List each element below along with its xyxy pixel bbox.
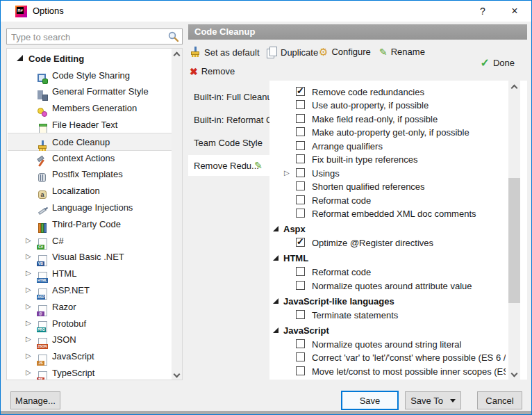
collapsed-triangle-icon[interactable]: ▷ xyxy=(26,368,31,376)
sidebar-item-localization[interactable]: aLocalization xyxy=(8,182,172,199)
scroll-up-icon[interactable] xyxy=(174,51,179,56)
checkbox[interactable]: ✓ xyxy=(296,238,305,247)
done-button[interactable]: ✓ Done xyxy=(481,58,515,68)
option-row-correct-var-to-let-const-where-possible-: Correct 'var' to 'let'/'const' where pos… xyxy=(269,351,506,365)
collapsed-triangle-icon[interactable]: ▷ xyxy=(26,236,31,244)
sidebar-item-asp-net[interactable]: ▷ASPASP.NET xyxy=(8,282,172,298)
sidebar-item-c[interactable]: ▷C#C# xyxy=(8,232,172,249)
options-dialog: R# Options ? × Code EditingCode Style Sh… xyxy=(0,0,532,415)
check-icon: ✓ xyxy=(481,58,490,68)
panel-title: Code Cleanup xyxy=(188,24,527,40)
option-row-fix-built-in-type-references: Fix built-in type references xyxy=(269,153,506,167)
manage-button[interactable]: Manage... xyxy=(10,391,60,409)
checkbox[interactable] xyxy=(296,127,305,136)
checkbox[interactable] xyxy=(296,141,305,150)
collapsed-triangle-icon[interactable]: ▷ xyxy=(26,253,31,261)
duplicate-button[interactable]: Duplicate xyxy=(266,47,318,58)
expanded-triangle-icon[interactable] xyxy=(273,226,279,231)
close-button[interactable]: × xyxy=(499,1,530,22)
expanded-triangle-icon[interactable] xyxy=(273,298,279,304)
search-icon xyxy=(168,31,179,42)
scrollbar-thumb[interactable] xyxy=(508,178,520,303)
checkbox[interactable] xyxy=(296,267,305,276)
checkbox[interactable] xyxy=(296,168,305,177)
option-row-reformat-code: Reformat code xyxy=(269,193,506,207)
sidebar-item-third-party-code[interactable]: Third-Party Code xyxy=(8,215,172,232)
checkbox[interactable] xyxy=(296,100,305,109)
sidebar-item-javascript[interactable]: ▷JSJavaScript xyxy=(8,348,172,364)
collapsed-triangle-icon[interactable]: ▷ xyxy=(26,319,31,327)
save-button[interactable]: Save xyxy=(341,391,399,410)
expanded-triangle-icon[interactable] xyxy=(17,55,23,61)
sidebar-item-html[interactable]: ▷HTMLHTML xyxy=(8,265,172,282)
sidebar-item-code-style-sharing[interactable]: Code Style Sharing xyxy=(8,67,172,83)
option-row-arrange-qualifiers: Arrange qualifiers xyxy=(269,139,506,153)
checkbox[interactable] xyxy=(296,195,305,204)
sidebar-item-protobuf[interactable]: ▷PROProtobuf xyxy=(8,315,172,332)
cancel-button[interactable]: Cancel xyxy=(477,391,522,409)
title-bar: R# Options ? × xyxy=(1,1,531,22)
profile-item-2[interactable]: Team Code Style xyxy=(188,132,269,153)
checkbox[interactable]: ✓ xyxy=(296,87,305,96)
remove-button[interactable]: ✖ Remove xyxy=(190,66,235,76)
profile-item-3[interactable]: Remove Redu...✎ xyxy=(188,155,269,176)
sidebar-item-file-header-text[interactable]: File Header Text xyxy=(8,116,172,133)
checkbox[interactable] xyxy=(296,310,305,319)
edit-pencil-icon[interactable]: ✎ xyxy=(254,160,263,171)
sidebar-item-code-cleanup[interactable]: Code Cleanup xyxy=(8,133,172,151)
sidebar-item-postfix-templates[interactable]: Postfix Templates xyxy=(8,166,172,183)
sidebar-item-json[interactable]: ▷JSONJSON xyxy=(8,332,172,348)
resharper-logo-icon: R# xyxy=(15,6,27,17)
configure-button[interactable]: ⚙ Configure xyxy=(319,47,371,57)
search-box xyxy=(6,29,183,44)
collapsed-triangle-icon[interactable]: ▷ xyxy=(26,352,31,360)
help-button[interactable]: ? xyxy=(467,1,498,22)
search-input[interactable] xyxy=(10,30,162,44)
collapsed-triangle-icon[interactable]: ▷ xyxy=(26,302,31,310)
sidebar-item-typescript[interactable]: ▷TSTypeScript xyxy=(8,364,172,380)
checkbox[interactable] xyxy=(296,281,305,290)
sidebar-scrollbar[interactable] xyxy=(172,49,182,380)
checkbox[interactable] xyxy=(296,181,305,190)
scroll-down-icon[interactable] xyxy=(512,371,517,376)
sidebar-item-razor[interactable]: ▷@Razor xyxy=(8,298,172,315)
sidebar-item-visual-basic-net[interactable]: ▷VBVisual Basic .NET xyxy=(8,249,172,266)
sidebar-item-general-formatter-style[interactable]: General Formatter Style xyxy=(8,83,172,100)
checkbox[interactable] xyxy=(296,339,305,348)
expanded-triangle-icon[interactable] xyxy=(273,327,279,333)
scroll-down-icon[interactable] xyxy=(174,372,179,377)
checkbox[interactable] xyxy=(296,209,305,218)
collapsed-triangle-icon[interactable]: ▷ xyxy=(26,336,31,343)
checkbox[interactable] xyxy=(296,352,305,361)
profile-item-0[interactable]: Built-in: Full Cleanup xyxy=(188,86,269,107)
profile-item-1[interactable]: Built-in: Reformat C... xyxy=(188,109,269,130)
option-row-make-field-read-only-if-possible: Make field read-only, if possible xyxy=(269,112,506,126)
collapsed-triangle-icon[interactable]: ▷ xyxy=(26,270,31,277)
checkbox[interactable] xyxy=(296,366,305,375)
expanded-triangle-icon[interactable] xyxy=(273,255,279,261)
sidebar-item-context-actions[interactable]: Context Actions xyxy=(8,149,172,166)
window-bottom-edge xyxy=(1,411,531,414)
option-row-reformat-embedded-xml-doc-comments: Reformat embedded XML doc comments xyxy=(269,207,506,221)
set-as-default-button[interactable]: Set as default xyxy=(190,47,260,58)
section-header-javascript-like-languages: JavaScript-like languages xyxy=(269,294,506,309)
checkmark-icon: ✓ xyxy=(297,236,304,247)
window-title: Options xyxy=(33,1,64,22)
rename-button[interactable]: ✎ Rename xyxy=(379,47,425,57)
collapsed-triangle-icon[interactable]: ▷ xyxy=(26,286,31,293)
panel-header: Code Cleanup xyxy=(188,24,527,40)
option-row-shorten-qualified-references: Shorten qualified references xyxy=(269,180,506,194)
options-scrollbar[interactable] xyxy=(508,81,520,380)
remove-x-icon: ✖ xyxy=(190,67,198,76)
collapsed-triangle-icon[interactable]: ▷ xyxy=(284,169,290,177)
option-row-make-auto-property-get-only-if-possible: Make auto-property get-only, if possible xyxy=(269,126,506,140)
save-to-button[interactable]: Save To xyxy=(405,391,461,409)
checkbox[interactable] xyxy=(296,154,305,163)
sidebar-item-members-generation[interactable]: Members Generation xyxy=(8,99,172,116)
sidebar-item-code-editing[interactable]: Code Editing xyxy=(8,50,172,67)
sidebar-item-language-injections[interactable]: Language Injections xyxy=(8,199,172,215)
option-row-remove-code-redundancies: ✓Remove code redundancies xyxy=(269,85,506,99)
checkmark-icon: ✓ xyxy=(297,86,304,96)
checkbox[interactable] xyxy=(296,114,305,123)
scroll-up-icon[interactable] xyxy=(512,84,517,89)
